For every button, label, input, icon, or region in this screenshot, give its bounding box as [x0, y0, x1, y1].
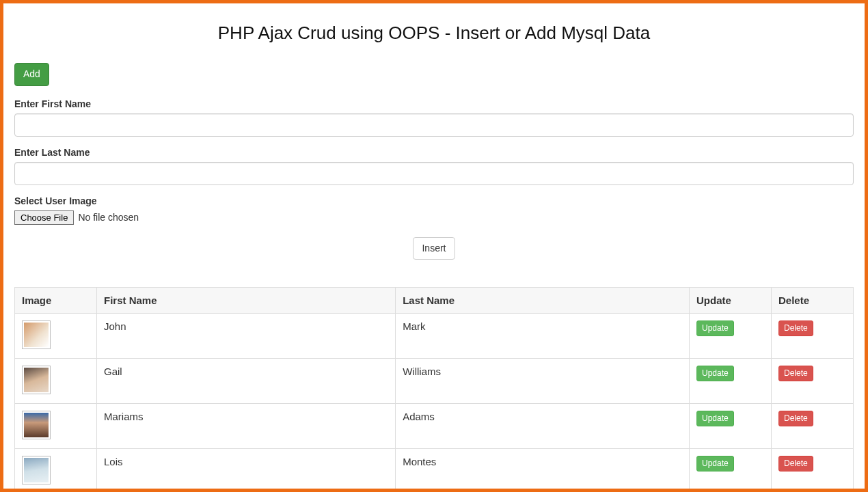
delete-button[interactable]: Delete [778, 320, 813, 336]
cell-update: Update [690, 359, 772, 404]
last-name-label: Enter Last Name [14, 147, 854, 158]
cell-delete: Delete [772, 449, 854, 492]
cell-first-name: Mariams [97, 404, 396, 449]
avatar [22, 366, 51, 394]
cell-update: Update [690, 404, 772, 449]
table-row: MariamsAdamsUpdateDelete [15, 404, 854, 449]
cell-image [15, 314, 97, 359]
users-table: Image First Name Last Name Update Delete… [14, 287, 854, 492]
table-row: GailWilliamsUpdateDelete [15, 359, 854, 404]
update-button[interactable]: Update [696, 320, 734, 336]
delete-button[interactable]: Delete [778, 411, 813, 426]
cell-last-name: Williams [396, 359, 690, 404]
col-header-delete: Delete [772, 288, 854, 314]
first-name-group: Enter First Name [14, 98, 854, 137]
table-header-row: Image First Name Last Name Update Delete [15, 288, 854, 314]
add-button[interactable]: Add [14, 63, 49, 86]
cell-update: Update [690, 314, 772, 359]
app-frame: PHP Ajax Crud using OOPS - Insert or Add… [0, 0, 868, 492]
update-button[interactable]: Update [696, 411, 734, 426]
avatar-image [24, 413, 49, 437]
delete-button[interactable]: Delete [778, 456, 813, 472]
avatar [22, 456, 51, 484]
cell-image [15, 404, 97, 449]
table-row: LoisMontesUpdateDelete [15, 449, 854, 492]
insert-button[interactable]: Insert [413, 237, 455, 260]
choose-file-button[interactable]: Choose File [14, 210, 74, 225]
cell-last-name: Montes [396, 449, 690, 492]
cell-delete: Delete [772, 359, 854, 404]
cell-image [15, 359, 97, 404]
cell-first-name: Lois [97, 449, 396, 492]
last-name-group: Enter Last Name [14, 147, 854, 185]
cell-first-name: John [97, 314, 396, 359]
cell-delete: Delete [772, 404, 854, 449]
cell-update: Update [690, 449, 772, 492]
page-title: PHP Ajax Crud using OOPS - Insert or Add… [14, 23, 854, 44]
image-group: Select User Image Choose File No file ch… [14, 195, 854, 225]
last-name-input[interactable] [14, 162, 854, 185]
avatar [22, 320, 51, 349]
avatar-image [24, 458, 49, 482]
col-header-update: Update [690, 288, 772, 314]
col-header-first-name: First Name [97, 288, 396, 314]
first-name-label: Enter First Name [14, 98, 854, 109]
update-button[interactable]: Update [696, 456, 734, 472]
table-row: JohnMarkUpdateDelete [15, 314, 854, 359]
delete-button[interactable]: Delete [778, 366, 813, 381]
image-label: Select User Image [14, 195, 854, 206]
avatar-image [24, 368, 49, 392]
file-status-text: No file chosen [78, 212, 139, 223]
first-name-input[interactable] [14, 113, 854, 137]
update-button[interactable]: Update [696, 366, 734, 381]
cell-last-name: Adams [396, 404, 690, 449]
cell-last-name: Mark [396, 314, 690, 359]
cell-first-name: Gail [97, 359, 396, 404]
cell-image [15, 449, 97, 492]
cell-delete: Delete [772, 314, 854, 359]
avatar [22, 411, 51, 439]
col-header-last-name: Last Name [396, 288, 690, 314]
avatar-image [24, 323, 49, 347]
col-header-image: Image [15, 288, 97, 314]
